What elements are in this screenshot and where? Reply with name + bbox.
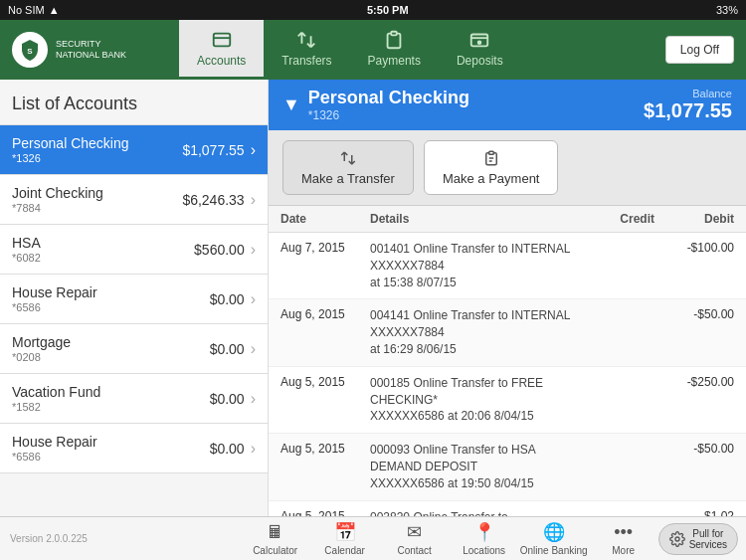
trans-debit: -$100.00 (654, 241, 734, 255)
battery-text: 33% (716, 4, 738, 16)
trans-detail: 003820 Online Transfer to MORTGAGE XXXXX… (370, 509, 575, 516)
action-buttons: Make a Transfer Make a Payment (269, 130, 746, 206)
col-credit: Credit (575, 212, 654, 226)
svg-point-7 (675, 537, 679, 541)
trans-debit: -$50.00 (654, 442, 734, 456)
account-balance-value: $1,077.55 (644, 99, 732, 122)
account-balance-label: Balance (644, 88, 732, 99)
main-content: List of Accounts Personal Checking *1326… (0, 80, 746, 516)
svg-rect-6 (488, 151, 493, 154)
tab-accounts[interactable]: Accounts (179, 20, 264, 80)
account-list-item[interactable]: HSA *6082 $560.00 › (0, 225, 268, 275)
trans-debit: -$250.00 (654, 375, 734, 389)
make-payment-button[interactable]: Make a Payment (424, 140, 559, 195)
svg-rect-1 (213, 34, 230, 47)
status-left: No SIM ▲ (8, 4, 60, 16)
account-header: ▼ Personal Checking *1326 Balance $1,077… (269, 80, 746, 130)
table-row: Aug 7, 2015 001401 Online Transfer to IN… (269, 233, 746, 299)
svg-text:S: S (27, 47, 33, 56)
bottom-nav-calendar[interactable]: 📅Calendar (310, 521, 380, 556)
trans-debit: -$50.00 (654, 307, 734, 321)
carrier-text: No SIM (8, 4, 45, 16)
transactions-table: Date Details Credit Debit Aug 7, 2015 00… (269, 206, 746, 516)
trans-detail: 004141 Online Transfer to INTERNAL XXXXX… (370, 307, 575, 357)
trans-detail: 000093 Online Transfer to HSA DEMAND DEP… (370, 442, 575, 491)
trans-detail: 001401 Online Transfer to INTERNAL XXXXX… (370, 241, 575, 290)
trans-debit: -$1.02 (654, 509, 734, 516)
pull-for-services-button[interactable]: Pull for Services (658, 523, 738, 555)
table-row: Aug 5, 2015 000093 Online Transfer to HS… (269, 434, 746, 500)
bottom-nav: 🖩Calculator📅Calendar✉Contact📍Locations🌐O… (241, 521, 658, 556)
trans-date: Aug 6, 2015 (280, 307, 370, 321)
status-time: 5:50 PM (367, 4, 409, 16)
account-header-number: *1326 (308, 108, 636, 122)
bottom-nav-locations[interactable]: 📍Locations (450, 521, 519, 556)
account-list-item[interactable]: Joint Checking *7884 $6,246.33 › (0, 175, 268, 225)
sidebar-title: List of Accounts (0, 80, 268, 125)
account-header-name: Personal Checking (308, 88, 636, 108)
bottom-nav-contact[interactable]: ✉Contact (380, 521, 450, 556)
logo-text: SECURITY NATIONAL BANK (56, 39, 126, 61)
status-bar: No SIM ▲ 5:50 PM 33% (0, 0, 746, 20)
account-collapse-chevron[interactable]: ▼ (282, 94, 300, 115)
sidebar: List of Accounts Personal Checking *1326… (0, 80, 269, 516)
bottom-nav-calculator[interactable]: 🖩Calculator (241, 522, 310, 556)
logout-button[interactable]: Log Off (665, 36, 734, 64)
trans-date: Aug 5, 2015 (280, 509, 370, 516)
svg-point-5 (478, 41, 481, 44)
account-list-item[interactable]: Mortgage *0208 $0.00 › (0, 324, 268, 374)
tab-deposits[interactable]: Deposits (439, 20, 521, 80)
logo-subtext: NATIONAL BANK (56, 50, 126, 61)
gear-icon (669, 531, 685, 547)
logo-area: S SECURITY NATIONAL BANK (0, 20, 179, 80)
table-row: Aug 5, 2015 000185 Online Transfer to FR… (269, 367, 746, 434)
account-list-item[interactable]: Personal Checking *1326 $1,077.55 › (0, 125, 268, 175)
transaction-rows: Aug 7, 2015 001401 Online Transfer to IN… (269, 233, 746, 516)
trans-date: Aug 5, 2015 (280, 442, 370, 456)
table-header: Date Details Credit Debit (269, 206, 746, 233)
table-row: Aug 6, 2015 004141 Online Transfer to IN… (269, 299, 746, 366)
tab-payments[interactable]: Payments (350, 20, 439, 80)
bottom-nav-more[interactable]: •••More (589, 522, 658, 556)
bottom-nav-online-banking[interactable]: 🌐Online Banking (519, 521, 589, 556)
svg-rect-3 (392, 32, 398, 36)
tab-transfers[interactable]: Transfers (264, 20, 349, 80)
bottom-bar: Version 2.0.0.225 🖩Calculator📅Calendar✉C… (0, 516, 746, 560)
version-text: Version 2.0.0.225 (0, 533, 241, 544)
trans-detail: 000185 Online Transfer to FREE CHECKING*… (370, 375, 575, 425)
account-list: Personal Checking *1326 $1,077.55 › Join… (0, 125, 268, 473)
shield-icon: S (18, 38, 42, 62)
header: S SECURITY NATIONAL BANK Accounts Transf… (0, 20, 746, 80)
pull-label: Pull for Services (689, 528, 727, 550)
status-right: 33% (716, 4, 738, 16)
logo-shield: S (12, 32, 48, 68)
col-debit: Debit (654, 212, 734, 226)
col-date: Date (280, 212, 370, 226)
wifi-icon: ▲ (49, 4, 60, 16)
trans-date: Aug 5, 2015 (280, 375, 370, 389)
nav-tabs: Accounts Transfers Payments Deposits (179, 20, 653, 80)
col-details: Details (370, 212, 575, 226)
right-panel: ▼ Personal Checking *1326 Balance $1,077… (269, 80, 746, 516)
table-row: Aug 5, 2015 003820 Online Transfer to MO… (269, 501, 746, 516)
account-list-item[interactable]: House Repair *6586 $0.00 › (0, 424, 268, 473)
account-list-item[interactable]: House Repair *6586 $0.00 › (0, 275, 268, 324)
trans-date: Aug 7, 2015 (280, 241, 370, 255)
make-transfer-button[interactable]: Make a Transfer (282, 140, 414, 195)
account-list-item[interactable]: Vacation Fund *1582 $0.00 › (0, 374, 268, 424)
